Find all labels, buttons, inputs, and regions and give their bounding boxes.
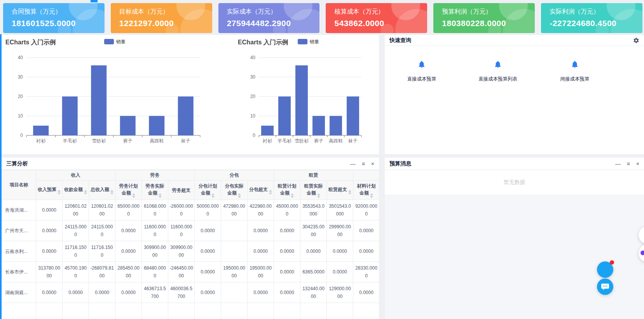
- value-cell: 120601.0200: [63, 200, 89, 221]
- close-icon[interactable]: ×: [371, 161, 374, 167]
- bar-衬衫[interactable]: [261, 126, 274, 135]
- chart-title: ECharts 入门示例: [5, 39, 56, 46]
- y-axis-label: 10: [250, 113, 256, 119]
- x-axis-label: 雪纺衫: [295, 138, 309, 144]
- value-cell: 0.0000: [353, 241, 379, 262]
- value-cell: 0.0000: [274, 221, 300, 241]
- bar-雪纺衫[interactable]: [91, 65, 106, 135]
- sort-caret-icon: [317, 193, 320, 198]
- col-header-4[interactable]: 劳务实际金额: [142, 181, 168, 200]
- col-header-11[interactable]: 租赁超支: [327, 181, 353, 200]
- bar-高跟鞋[interactable]: [330, 116, 342, 135]
- value-cell: 195000.0000: [248, 262, 274, 282]
- value-cell: 129000.0000: [327, 282, 353, 303]
- floating-chat-button[interactable]: [597, 279, 613, 295]
- bar-羊毛衫[interactable]: [278, 96, 291, 135]
- quick-item-2[interactable]: 间接成本预算: [551, 60, 599, 82]
- quick-item-0[interactable]: 直接成本预算: [398, 60, 446, 82]
- value-cell: 285450.0000: [115, 262, 142, 282]
- window-controls: — ≡ ×: [350, 161, 374, 167]
- col-header-7[interactable]: 分包实际金额: [221, 181, 248, 200]
- table-row[interactable]: 湖南洞庭...0.00000.00000.00000.00004636713.5…: [2, 282, 379, 303]
- value-cell: 11600.0000: [168, 221, 195, 241]
- quick-query-items: 直接成本预算直接成本预算列表间接成本预算: [385, 46, 644, 151]
- value-cell: 0.0000: [353, 282, 379, 303]
- col-header-3[interactable]: 劳务计划金额: [115, 181, 142, 200]
- bar-裤子[interactable]: [312, 116, 325, 135]
- x-axis-label: 羊毛衫: [63, 138, 77, 144]
- col-header-9[interactable]: 租赁计划金额: [274, 181, 300, 200]
- x-axis-label: 雪纺衫: [92, 138, 106, 144]
- table-row[interactable]: [2, 303, 379, 319]
- col-header-0[interactable]: 收入预算: [36, 181, 63, 200]
- x-axis-label: 裤子: [314, 138, 323, 144]
- value-cell: 0.0000: [36, 282, 63, 303]
- close-icon[interactable]: ×: [636, 161, 639, 167]
- col-header-5: 劳务超支: [168, 181, 195, 200]
- bar-袜子[interactable]: [347, 96, 359, 135]
- col-header-10[interactable]: 租赁实际金额: [300, 181, 327, 200]
- table-row[interactable]: 云南水利...0.000011716.150011716.15000.00003…: [2, 241, 379, 262]
- legend-swatch[interactable]: [298, 39, 307, 44]
- kpi-value: 180380228.0000: [442, 19, 535, 28]
- value-cell: -26000.0000: [168, 200, 195, 221]
- table-row[interactable]: 长春市伊...313780.000045700.1900-268079.8100…: [2, 262, 379, 282]
- col-header-1[interactable]: 收款金额: [63, 181, 89, 200]
- legend-swatch[interactable]: [104, 39, 114, 44]
- sort-caret-icon: [348, 190, 351, 195]
- quick-item-1[interactable]: 直接成本预算列表: [474, 60, 522, 82]
- col-header-12[interactable]: 材料计划金额: [353, 181, 379, 200]
- gear-icon[interactable]: [633, 37, 639, 44]
- value-cell: 0.0000: [195, 262, 221, 282]
- quick-item-label: 直接成本预算列表: [474, 76, 522, 82]
- table-row[interactable]: 青海洪湖...0.0000120601.0200120601.020065000…: [2, 200, 379, 221]
- left-accent-bar: [0, 34, 2, 319]
- minimize-icon[interactable]: —: [350, 161, 356, 167]
- group-header-1: 劳务: [115, 170, 195, 181]
- value-cell: 24115.0000: [89, 221, 115, 241]
- sort-caret-icon: [58, 190, 61, 195]
- y-axis-label: 30: [250, 74, 256, 80]
- menu-icon[interactable]: ≡: [627, 161, 630, 167]
- bar-衬衫[interactable]: [33, 126, 49, 135]
- x-axis-label: 袜子: [348, 138, 358, 144]
- bar-羊毛衫[interactable]: [62, 96, 78, 135]
- value-cell: 0.0000: [115, 241, 142, 262]
- value-cell: 0.0000: [195, 221, 221, 241]
- y-axis-label: 30: [18, 74, 23, 80]
- top-tab-indicator: [91, 0, 98, 2]
- group-header-4: [353, 170, 379, 181]
- legend-label[interactable]: 销量: [116, 39, 126, 44]
- x-axis-label: 裤子: [123, 138, 133, 144]
- col-header-6[interactable]: 分包计划金额: [195, 181, 221, 200]
- bar-裤子[interactable]: [120, 116, 136, 135]
- col-header-2[interactable]: 总收入额: [89, 181, 115, 200]
- bell-icon: [417, 60, 426, 69]
- legend-label[interactable]: 销量: [309, 39, 319, 44]
- charts-panel: ECharts 入门示例销量010203040衬衫羊毛衫雪纺衫裤子高跟鞋袜子EC…: [2, 35, 379, 154]
- kpi-label: 实际成本（万元）: [227, 8, 320, 16]
- sort-caret-icon: [110, 190, 113, 195]
- floating-notification-button[interactable]: [597, 261, 613, 278]
- value-cell: 0.0000: [63, 282, 89, 303]
- col-header-8[interactable]: 分包超支: [248, 181, 274, 200]
- quick-query-title: 快速查询: [389, 37, 411, 44]
- dashboard-page: 合同预算（万元）181601525.0000目标成本（万元）1221297.00…: [0, 0, 644, 319]
- value-cell: 61068.0000: [142, 200, 168, 221]
- sort-caret-icon: [211, 193, 215, 198]
- sort-caret-icon: [269, 190, 272, 195]
- bar-高跟鞋[interactable]: [149, 116, 164, 135]
- value-cell: 28330.0000: [353, 262, 379, 282]
- value-cell: 195000.0000: [221, 262, 248, 282]
- menu-icon[interactable]: ≡: [362, 161, 365, 167]
- table-row[interactable]: 广州市天...0.000024115.000024115.00000.00001…: [2, 221, 379, 241]
- group-header-0: 收入: [36, 170, 115, 181]
- minimize-icon[interactable]: —: [615, 161, 621, 167]
- bar-雪纺衫[interactable]: [295, 65, 308, 135]
- group-header-2: 分包: [195, 170, 274, 181]
- value-cell: 0.0000: [274, 241, 300, 262]
- value-cell: 0.0000: [115, 221, 142, 241]
- value-cell: 0.0000: [248, 221, 274, 241]
- bar-袜子[interactable]: [178, 96, 194, 135]
- quick-query-header: 快速查询: [385, 35, 644, 46]
